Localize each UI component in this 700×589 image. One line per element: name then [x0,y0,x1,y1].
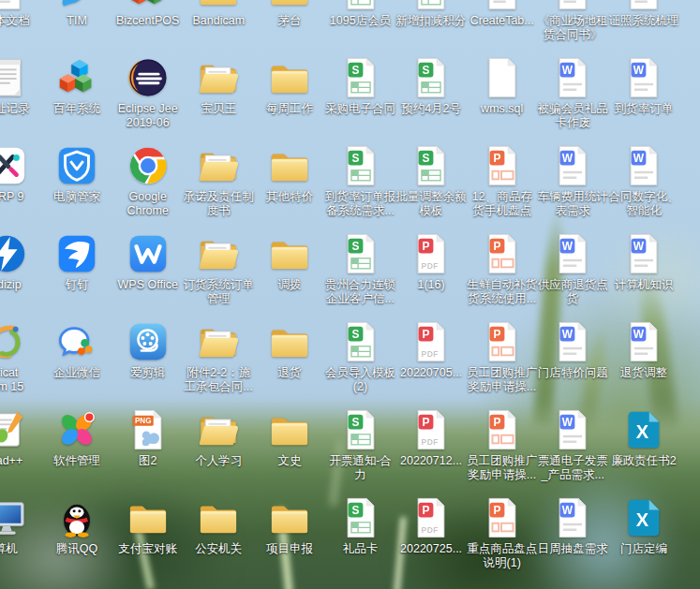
desktop-icon[interactable]: S贵州合力连锁 企业客户信... [325,232,396,306]
folder-icon [268,320,311,363]
desktop-icon[interactable]: 退货 [254,320,325,380]
desktop-surface[interactable]: 文本文档TIMBizcentPOSBandicam茅台S1095店会员S新增扣减… [0,0,700,589]
desktop-icon[interactable]: 文史 [254,408,325,468]
desktop-icon[interactable]: PNG图2 [112,408,184,468]
desktop-icon[interactable]: 百年系统 [41,56,112,116]
wps-sheet-icon: S [339,320,382,363]
desktop-icon[interactable]: W计算机知识 [608,232,679,292]
desktop-icon[interactable]: S礼品卡 [325,496,396,556]
pdf-doc-icon: PPDF [410,320,453,363]
desktop-icon[interactable]: 个人学习 [183,408,254,468]
tim-icon [55,0,98,11]
desktop-icon[interactable]: 文本文档 [0,0,42,28]
svg-text:S: S [351,64,359,77]
desktop-icon[interactable]: wms.sql [467,56,538,116]
desktop-icon[interactable]: X廉政责任书2 [608,408,679,468]
desktop-icon[interactable]: 算机 [0,496,42,556]
desktop-icon[interactable]: 宝贝王 [183,56,254,116]
desktop-icon[interactable]: PPDF20220712... [395,408,467,468]
icon-label: 被骗会员礼品 卡作废 [537,102,608,130]
desktop-icon[interactable]: PPDF20220725... [395,496,467,556]
desktop-icon[interactable]: P生鲜自动补货 货系统使用... [467,232,538,306]
desktop-icon[interactable]: 软件管理 [41,408,112,468]
icon-label: 其他特价 [254,190,325,204]
desktop-icon[interactable]: 网址记录 [0,56,42,116]
desktop-icon[interactable]: 订货系统订单 管理 [183,232,254,306]
desktop-icon[interactable]: S会员导入模板 (2) [325,320,396,394]
desktop-icon[interactable]: S到货率订单报 备系统需求... [325,144,396,218]
desktop-icon[interactable]: W被骗会员礼品 卡作废 [537,56,608,130]
desktop-icon[interactable]: S开票通知-合 力 [325,408,396,482]
desktop-icon[interactable]: W票通电子发票 _产品需求... [537,408,608,482]
desktop-icon[interactable]: P员工团购推广 奖励申请操... [467,408,538,482]
desktop-icon[interactable]: 钉钉 [41,232,112,292]
desktop-icon[interactable]: 爱剪辑 [112,320,184,380]
desktop-icon[interactable]: PPDF1(16) [395,232,467,292]
folder-icon [127,496,170,539]
desktop-icon[interactable]: CreateTab... [467,0,538,28]
icon-label: 20220712... [395,454,467,468]
icon-label: 20220725... [395,542,467,556]
desktop-icon[interactable]: pad++ [0,408,42,468]
desktop-icon[interactable]: 证照系统梳理 [608,0,679,28]
icon-label: 企业微信 [41,366,112,380]
dingtalk-icon [55,232,98,275]
desktop-icon[interactable]: 公安机关 [183,496,254,556]
desktop-icon[interactable]: PPDF20220705... [395,320,467,380]
icon-label: vicat ium 15 [0,366,42,394]
desktop-icon[interactable]: W退货调整 [608,320,679,380]
shield-icon [55,144,98,187]
desktop-icon[interactable]: 项目申报 [254,496,325,556]
wps-sheet-icon: S [410,56,453,99]
svg-text:P: P [423,240,430,253]
desktop-icon[interactable]: 企业微信 [41,320,112,380]
folder-open-icon [197,408,240,451]
icon-label: 礼品卡 [325,542,396,556]
desktop-icon[interactable]: W供应商退货点 货 [537,232,608,306]
desktop-icon[interactable]: ndizip [0,232,42,292]
icon-label: Bandicam [183,14,254,28]
desktop-icon[interactable]: 支付宝对账 [112,496,184,556]
desktop-icon[interactable]: 附件2-2：施 工承包合同... [183,320,254,394]
desktop-icon[interactable]: 腾讯QQ [41,496,112,556]
desktop-icon[interactable]: W车辆费用统计 表需求 [537,144,608,218]
desktop-icon[interactable]: 承诺及责任制 度书 [183,144,254,218]
desktop-icon[interactable]: W合同数字化、 智能化 [608,144,679,218]
desktop-icon[interactable]: 茅台 [254,0,325,28]
desktop-icon[interactable]: 其他特价 [254,144,325,204]
desktop-icon[interactable]: BizcentPOS [112,0,184,28]
x-doc-icon: X [622,496,665,539]
icon-label: TIM [41,14,112,28]
icon-label: 采购电子合同 [325,102,396,116]
desktop-icon[interactable]: S预约4月2号 [395,56,467,116]
desktop-icon[interactable]: e RP 9 [0,144,42,204]
icon-label: 供应商退货点 货 [537,278,608,306]
desktop-icon[interactable]: Bandicam [183,0,254,28]
desktop-icon[interactable]: P12、商品存 货手机盘点 [467,144,538,218]
desktop-icon[interactable]: W日周抽盘需求 [537,496,608,556]
desktop-icon[interactable]: 《商业场地租 赁合同书》 [537,0,608,42]
icon-label: Eclipse Jee 2019-06 [112,102,184,130]
desktop-icon[interactable]: S1095店会员 [325,0,396,28]
icon-label: 会员导入模板 (2) [325,366,396,394]
desktop-icon[interactable]: 调拨 [254,232,325,292]
desktop-icon[interactable]: Google Chrome [112,144,184,218]
icon-label: 员工团购推广 奖励申请操... [467,366,538,394]
desktop-icon[interactable]: 每周工作 [254,56,325,116]
desktop-icon[interactable]: vicat ium 15 [0,320,42,394]
desktop-icon[interactable]: X门店定编 [608,496,679,556]
desktop-icon[interactable]: P重点商品盘点 说明(1) [467,496,538,570]
desktop-icon[interactable]: S采购电子合同 [325,56,396,116]
desktop-icon[interactable]: P员工团购推广 奖励申请操... [467,320,538,394]
icon-label: 调拨 [254,278,325,292]
desktop-icon[interactable]: W门店特价问题 [537,320,608,380]
desktop-icon[interactable]: W到货率订单 [608,56,679,116]
desktop-icon[interactable]: TIM [41,0,112,28]
desktop-icon[interactable]: WPS Office [112,232,184,292]
desktop-icon[interactable]: 电脑管家 [41,144,112,204]
desktop-icon[interactable]: S新增扣减积分 [395,0,467,28]
icon-label: ndizip [0,278,42,292]
doc-lines-icon [481,0,524,11]
desktop-icon[interactable]: Eclipse Jee 2019-06 [112,56,184,130]
desktop-icon[interactable]: S批量调整余额 模板 [395,144,467,218]
